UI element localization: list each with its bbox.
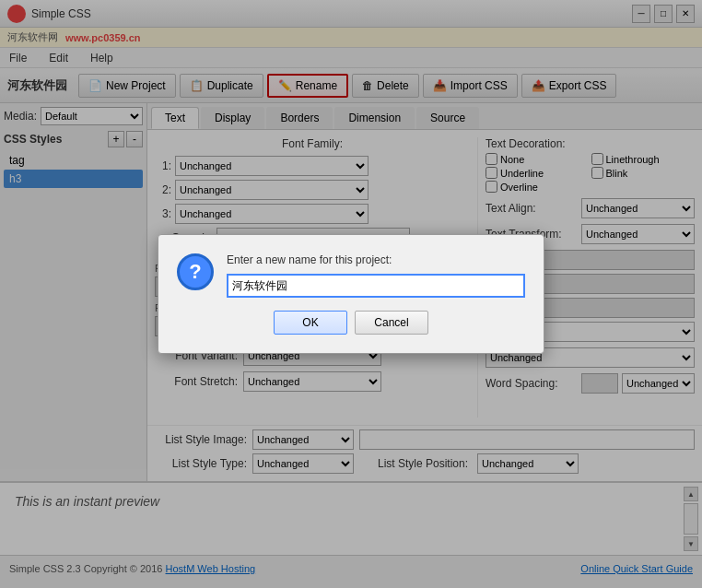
modal-overlay: ? Enter a new name for this project: OK … [0, 0, 702, 588]
modal-prompt-text: Enter a new name for this project: [227, 253, 525, 266]
rename-dialog: ? Enter a new name for this project: OK … [158, 234, 544, 354]
modal-ok-button[interactable]: OK [274, 311, 347, 335]
modal-buttons: OK Cancel [177, 311, 525, 335]
modal-content: ? Enter a new name for this project: [177, 253, 525, 298]
modal-question-icon: ? [177, 253, 214, 290]
modal-cancel-button[interactable]: Cancel [355, 311, 428, 335]
modal-project-name-input[interactable] [227, 274, 525, 298]
modal-body: Enter a new name for this project: [227, 253, 525, 298]
